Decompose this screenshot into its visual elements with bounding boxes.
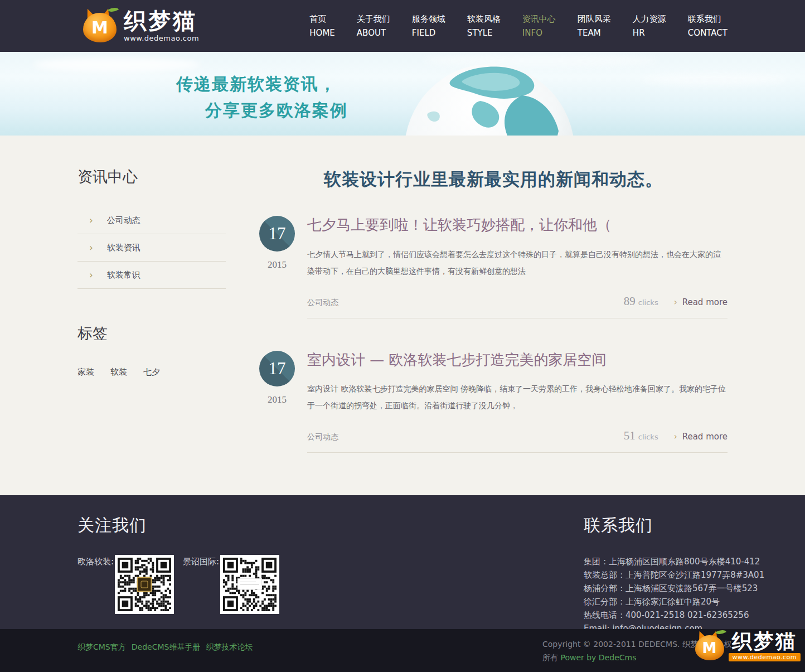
clicks-label: clicks: [638, 433, 658, 441]
sidebar-item-label: 公司动态: [107, 215, 140, 226]
brand-url: www.dedemao.com: [729, 653, 801, 661]
qrcode-image: [220, 555, 279, 614]
date-year: 2015: [259, 259, 295, 270]
chevron-right-icon: ›: [674, 432, 677, 442]
article-excerpt: 七夕情人节马上就到了，情侣们应该会想着要怎么去度过这个特殊的日子，就算是自己没有…: [307, 246, 728, 279]
chevron-right-icon: ›: [89, 269, 93, 281]
sidebar-item-softdeco-news[interactable]: › 软装资讯: [77, 234, 226, 262]
banner-slogan-line2: 分享更多欧洛案例: [205, 99, 348, 122]
qrcode-jingzhao: 景诏国际:: [183, 555, 279, 614]
bottom-bar: 织梦CMS官方 DedeCMS维基手册 织梦技术论坛 Copyright © 2…: [0, 629, 805, 672]
divider: [307, 318, 728, 318]
qrcode-center-logo: [137, 577, 152, 592]
brand-name: 织梦猫: [124, 9, 199, 32]
main-nav: 首页HOME 关于我们ABOUT 服务领域FIELD 软装风格STYLE 资讯中…: [309, 12, 728, 40]
article-category-link[interactable]: 公司动态: [307, 432, 338, 442]
date-badge: 17: [259, 351, 295, 386]
nav-item-info[interactable]: 资讯中心INFO: [522, 12, 556, 40]
clicks-label: clicks: [638, 298, 658, 307]
nav-item-style[interactable]: 软装风格STYLE: [467, 12, 501, 40]
article-item: 17 2015 七夕马上要到啦！让软装巧妙搭配，让你和他（ 七夕情人节马上就到了…: [259, 216, 728, 308]
cat-logo-icon: M: [695, 632, 724, 660]
contact-line-group: 集团：上海杨浦区国顺东路800号东楼410-412: [584, 555, 728, 568]
link-dedecms-forum[interactable]: 织梦技术论坛: [206, 642, 253, 652]
link-dedecms-wiki[interactable]: DedeCMS维基手册: [132, 642, 201, 652]
nav-item-about[interactable]: 关于我们ABOUT: [357, 12, 390, 40]
nav-item-home[interactable]: 首页HOME: [309, 12, 335, 40]
page-title: 软装设计行业里最新最实用的新闻和动态。: [259, 168, 728, 191]
qrcode-label: 欧洛软装:: [77, 555, 114, 567]
date-year: 2015: [259, 394, 295, 405]
sidebar-title: 资讯中心: [77, 167, 226, 187]
nav-item-team[interactable]: 团队风采TEAM: [578, 12, 611, 40]
clicks-count: 89: [624, 294, 636, 308]
date-badge: 17: [259, 216, 295, 252]
link-dedecms-official[interactable]: 织梦CMS官方: [77, 642, 126, 652]
tag-qixi[interactable]: 七夕: [143, 367, 160, 378]
cat-logo-icon: M: [83, 10, 117, 42]
contact-section: 联系我们 集团：上海杨浦区国顺东路800号东楼410-412 软装总部：上海普陀…: [584, 514, 728, 629]
site-footer: 关注我们 欧洛软装: 景诏国际: 联系我们 集团：上海杨浦区国顺东路800号东楼…: [0, 495, 805, 629]
site-header: M 织梦猫 www.dedemao.com 首页HOME 关于我们ABOUT 服…: [0, 0, 805, 52]
article-list: 软装设计行业里最新最实用的新闻和动态。 17 2015 七夕马上要到啦！让软装巧…: [259, 161, 728, 495]
nav-item-hr[interactable]: 人力资源HR: [633, 12, 666, 40]
power-by-dedecms-link[interactable]: Power by DedeCms: [560, 653, 636, 662]
tag-softdeco[interactable]: 软装: [110, 367, 127, 378]
sidebar-item-label: 软装常识: [107, 270, 140, 281]
site-logo[interactable]: M 织梦猫 www.dedemao.com: [83, 9, 199, 42]
tags-title: 标签: [77, 323, 226, 344]
read-more-link[interactable]: Read more: [682, 297, 728, 307]
qrcode-image: [115, 555, 174, 614]
brand-url: www.dedemao.com: [124, 34, 199, 42]
chevron-right-icon: ›: [89, 215, 93, 226]
contact-line-hq: 软装总部：上海普陀区金沙江路1977弄8#3A01: [584, 568, 728, 582]
clicks-count: 51: [624, 429, 636, 443]
qrcode-oluo: 欧洛软装:: [77, 555, 174, 614]
qrcode-center-card: [238, 579, 261, 589]
logo-monogram: M: [695, 636, 724, 660]
nav-item-field[interactable]: 服务领域FIELD: [412, 12, 445, 40]
brand-name: 织梦猫: [732, 631, 797, 651]
sidebar: 资讯中心 › 公司动态 › 软装资讯 › 软装常识 标签 家装 软装 七夕: [77, 161, 226, 495]
follow-us-title: 关注我们: [77, 514, 279, 537]
logo-monogram: M: [83, 13, 117, 42]
article-title[interactable]: 七夕马上要到啦！让软装巧妙搭配，让你和他（: [307, 216, 728, 234]
sidebar-item-company-news[interactable]: › 公司动态: [77, 207, 226, 234]
chevron-right-icon: ›: [674, 297, 677, 307]
chevron-right-icon: ›: [89, 242, 93, 253]
footer-logo[interactable]: M 织梦猫 www.dedemao.com: [695, 631, 801, 661]
qrcode-label: 景诏国际:: [183, 555, 219, 567]
contact-line-hotline: 热线电话：400-021-2518 021-62365256: [584, 608, 728, 622]
sidebar-item-label: 软装资讯: [107, 243, 140, 253]
article-category-link[interactable]: 公司动态: [307, 298, 338, 308]
divider: [307, 452, 728, 453]
tag-homedeco[interactable]: 家装: [77, 367, 94, 378]
article-title[interactable]: 室内设计 — 欧洛软装七步打造完美的家居空间: [307, 351, 728, 369]
article-excerpt: 室内设计 欧洛软装七步打造完美的家居空间 傍晚降临，结束了一天劳累的工作，我身心…: [307, 380, 728, 414]
article-item: 17 2015 室内设计 — 欧洛软装七步打造完美的家居空间 室内设计 欧洛软装…: [259, 351, 728, 443]
contact-title: 联系我们: [584, 514, 728, 537]
footer-links: 织梦CMS官方 DedeCMS维基手册 织梦技术论坛: [77, 642, 253, 652]
content-area: 资讯中心 › 公司动态 › 软装资讯 › 软装常识 标签 家装 软装 七夕 软装…: [0, 136, 805, 495]
hero-banner: 传递最新软装资讯， 分享更多欧洛案例: [0, 52, 805, 136]
tag-list: 家装 软装 七夕: [77, 367, 226, 378]
sidebar-item-softdeco-knowledge[interactable]: › 软装常识: [77, 262, 226, 289]
read-more-link[interactable]: Read more: [682, 432, 728, 442]
nav-item-contact[interactable]: 联系我们CONTACT: [688, 12, 728, 40]
contact-line-xuhui: 徐汇分部：上海徐家汇徐虹中路20号: [584, 595, 728, 608]
banner-slogan-line1: 传递最新软装资讯，: [176, 73, 337, 96]
follow-us-section: 关注我们 欧洛软装: 景诏国际:: [77, 514, 279, 629]
globe-graphic: [397, 59, 581, 136]
contact-line-yangpu: 杨浦分部：上海杨浦区安泼路567弄一号楼523: [584, 582, 728, 595]
